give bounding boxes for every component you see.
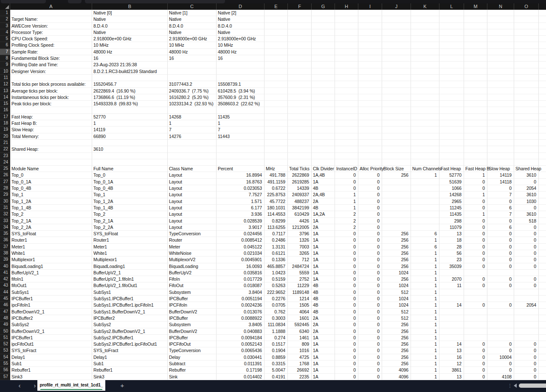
row-header-4[interactable]: 4 [0,29,10,36]
cell-M37[interactable]: 0 [464,244,487,250]
cell-F5[interactable] [288,36,312,42]
cell-L47[interactable] [439,309,464,315]
cell-J23[interactable] [382,153,411,159]
cell-O51[interactable] [514,335,539,341]
cell-I3[interactable] [358,23,382,29]
cell-A27[interactable]: Top_0_1A [10,179,92,185]
cell-H36[interactable]: 0 [335,237,358,243]
cell-L39[interactable]: 23 [439,257,464,263]
cell-partial-56[interactable] [539,367,546,373]
cell-G34[interactable]: 2A [312,224,335,231]
cell-B7[interactable]: 48000 Hz [92,49,168,55]
row-header-2[interactable]: 2 [0,16,10,23]
cell-E50[interactable]: 1.1888 [265,328,288,335]
cell-G3[interactable] [312,23,335,29]
cell-F52[interactable]: 809 [288,341,312,347]
cell-B21[interactable] [92,140,168,146]
cell-partial-57[interactable] [539,374,546,380]
cell-D47[interactable]: 0.013076 [217,309,265,315]
cell-A11[interactable] [10,75,92,81]
cell-N40[interactable]: 0 [487,263,514,270]
cell-A10[interactable]: Designer Version: [10,68,92,75]
cell-M1[interactable] [464,10,487,16]
cell-G47[interactable]: 4B [312,309,335,315]
row-header-18[interactable]: 18 [0,120,10,127]
cell-A6[interactable]: Profiling Clock Speed: [10,42,92,48]
cell-O47[interactable] [514,309,539,315]
cell-A25[interactable]: Module Name [10,166,92,172]
cell-L18[interactable] [439,120,464,127]
cell-K17[interactable] [411,114,439,120]
cell-partial-21[interactable] [539,140,546,146]
cell-O55[interactable]: 0 [514,361,539,367]
cell-B34[interactable]: Top_2_2A [92,224,168,231]
cell-B29[interactable]: Top_1 [92,192,168,198]
cell-J51[interactable]: 256 [382,335,411,341]
cell-D27[interactable]: 16.8763 [217,179,265,185]
cell-L36[interactable]: 18 [439,237,464,243]
cell-partial-40[interactable] [539,263,546,270]
cell-L30[interactable]: 2965 [439,198,464,205]
cell-F27[interactable]: 2619285 [288,179,312,185]
cell-D38[interactable]: 0.021034 [217,250,265,257]
cell-E42[interactable]: 0.5159 [265,276,288,282]
cell-partial-4[interactable] [539,29,546,36]
cell-D53[interactable]: 0.0065436 [217,347,265,354]
cell-partial-37[interactable] [539,244,546,250]
cell-M52[interactable]: 0 [464,341,487,347]
cell-A41[interactable]: BufferUpV2_1 [10,270,92,276]
cell-J16[interactable] [382,107,411,113]
cell-D43[interactable]: 0.018087 [217,282,265,289]
cell-B49[interactable]: SubSys2 [92,321,168,328]
cell-B40[interactable]: BiquadLoading1 [92,263,168,270]
cell-H3[interactable] [335,23,358,29]
cell-K4[interactable] [411,29,439,36]
cell-E28[interactable]: 0.6722 [265,185,288,192]
cell-partial-6[interactable] [539,42,546,48]
cell-B42[interactable]: BufferUpV2_1.fifoIn1 [92,276,168,282]
cell-J36[interactable]: 256 [382,237,411,243]
cell-N24[interactable] [487,159,514,166]
cell-G57[interactable]: 1A [312,374,335,380]
cell-L41[interactable] [439,270,464,276]
row-header-36[interactable]: 36 [0,237,10,243]
cell-F32[interactable]: 610429 [288,211,312,217]
cell-E30[interactable]: 45.7722 [265,198,288,205]
cell-N25[interactable]: Slow Heap [487,166,514,172]
cell-O35[interactable]: 0 [514,231,539,237]
cell-F39[interactable]: 712 [288,257,312,263]
cell-L2[interactable] [439,16,464,23]
cell-C1[interactable]: Native [1] [168,10,217,16]
cell-E27[interactable]: 491.1159 [265,179,288,185]
cell-K31[interactable] [411,205,439,211]
cell-J25[interactable]: Block Size [382,166,411,172]
cell-K54[interactable]: 1 [411,354,439,361]
cell-L27[interactable]: 51639 [439,179,464,185]
cell-K40[interactable]: 1 [411,263,439,270]
cell-O2[interactable] [514,16,539,23]
cell-B6[interactable]: 10 MHz [92,42,168,48]
cell-G45[interactable]: 4B [312,296,335,302]
cell-A21[interactable] [10,140,92,146]
cell-D16[interactable] [217,107,265,113]
cell-L57[interactable]: 13 [439,374,464,380]
cell-N33[interactable]: 0 [487,218,514,224]
cell-L44[interactable] [439,289,464,296]
cell-O36[interactable]: 0 [514,237,539,243]
cell-A20[interactable]: Total Memory: [10,133,92,140]
cell-F16[interactable] [288,107,312,113]
cell-L25[interactable]: Fast Heap [439,166,464,172]
cell-I37[interactable]: 0 [358,244,382,250]
cell-H43[interactable]: 0 [335,282,358,289]
cell-L34[interactable]: 11079 [439,224,464,231]
cell-F9[interactable] [288,62,312,68]
cell-E16[interactable] [265,107,288,113]
cell-A35[interactable]: SYS_toFloat [10,231,92,237]
cell-partial-51[interactable] [539,335,546,341]
row-header-25[interactable]: 25 [0,166,10,172]
cell-E18[interactable] [265,120,288,127]
cell-M24[interactable] [464,159,487,166]
cell-F17[interactable] [288,114,312,120]
cell-B33[interactable]: Top_2_1A [92,218,168,224]
cell-J38[interactable]: 256 [382,250,411,257]
